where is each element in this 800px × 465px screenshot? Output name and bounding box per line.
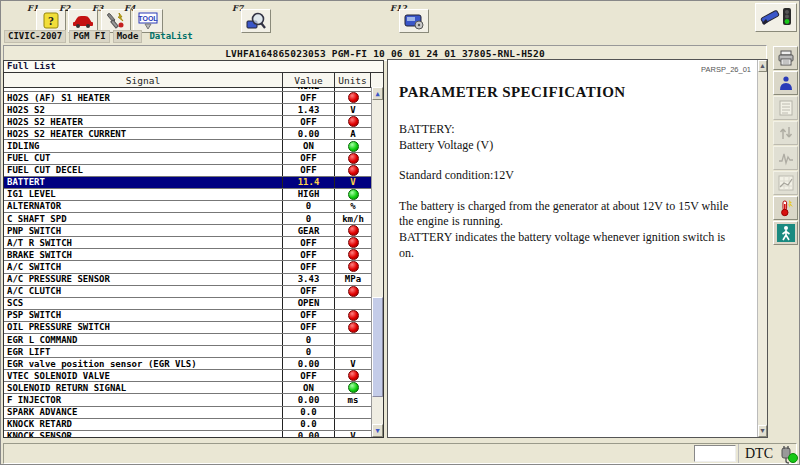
table-row[interactable]: BRAKE SWITCHOFF <box>4 249 371 261</box>
units-cell: V <box>335 104 371 115</box>
value-cell: OFF <box>283 370 335 381</box>
full-list-label: Full List <box>3 60 384 72</box>
spec-line: Battery Voltage (V) <box>399 138 741 154</box>
table-row[interactable]: VTEC SOLENOID VALVEOFF <box>4 370 371 382</box>
tab-datalist[interactable]: DataList <box>145 30 196 43</box>
scroll-up-button[interactable]: ▲ <box>372 87 383 100</box>
table-rows: NONEHO2S (AF) S1 HEATEROFFHO2S S21.43VHO… <box>4 87 371 437</box>
table-row[interactable]: KNOCK SENSOR0.00V <box>4 431 371 437</box>
value-cell: OFF <box>283 310 335 321</box>
value-cell: OFF <box>283 165 335 176</box>
table-row[interactable]: ALTERNATOR0% <box>4 201 371 213</box>
spec-scroll-down-button[interactable]: ▼ <box>758 425 767 437</box>
tab-mode[interactable]: Mode <box>113 30 143 43</box>
data-recorder-icon[interactable] <box>399 9 429 33</box>
table-row[interactable]: HO2S S2 HEATEROFF <box>4 116 371 128</box>
table-row[interactable]: SCSOPEN <box>4 298 371 310</box>
units-cell <box>335 322 371 333</box>
units-cell <box>335 346 371 357</box>
spec-line: BATTERY indicates the battery voltage wh… <box>399 230 741 261</box>
scroll-down-button[interactable]: ▼ <box>372 424 383 437</box>
table-row[interactable]: A/C PRESSURE SENSOR3.43MPa <box>4 274 371 286</box>
value-cell: ON <box>283 382 335 393</box>
status-led-red <box>348 310 359 321</box>
units-cell <box>335 310 371 321</box>
signal-cell: ALTERNATOR <box>4 201 283 212</box>
units-cell <box>335 334 371 345</box>
table-row[interactable]: IDLINGON <box>4 140 371 152</box>
svg-text:?: ? <box>48 14 54 28</box>
spec-scroll-up-button[interactable]: ▲ <box>758 60 767 72</box>
table-row[interactable]: PSP SWITCHOFF <box>4 310 371 322</box>
units-cell <box>335 165 371 176</box>
value-cell: 0.00 <box>283 394 335 405</box>
spec-scrollbar[interactable]: ▲ ▼ <box>757 60 767 437</box>
units-cell <box>335 116 371 127</box>
value-cell: 0 <box>283 346 335 357</box>
tab-civic-2007[interactable]: CIVIC-2007 <box>4 30 66 43</box>
walking-person-icon[interactable] <box>773 221 798 245</box>
connection-status-button[interactable] <box>755 3 797 32</box>
units-cell <box>335 370 371 381</box>
signal-cell: BRAKE SWITCH <box>4 249 283 260</box>
inspection-icon[interactable] <box>241 9 271 33</box>
table-row[interactable]: SOLENOID RETURN SIGNALON <box>4 382 371 394</box>
table-row[interactable]: IG1 LEVELHIGH <box>4 189 371 201</box>
status-led-red <box>348 153 359 164</box>
signal-cell: EGR valve position sensor (EGR VLS) <box>4 358 283 369</box>
value-cell: OFF <box>283 116 335 127</box>
sort-arrows-icon <box>773 121 798 145</box>
table-row[interactable]: EGR valve position sensor (EGR VLS)0.00V <box>4 358 371 370</box>
signal-cell: IG1 LEVEL <box>4 189 283 200</box>
table-row[interactable]: A/T R SWITCHOFF <box>4 237 371 249</box>
table-row[interactable]: KNOCK RETARD0.0 <box>4 419 371 431</box>
table-row[interactable]: HO2S S21.43V <box>4 104 371 116</box>
spec-body: BATTERY:Battery Voltage (V)Standard cond… <box>399 122 741 276</box>
table-rows-viewport: NONEHO2S (AF) S1 HEATEROFFHO2S S21.43VHO… <box>4 87 371 437</box>
table-row[interactable]: HO2S (AF) S1 HEATEROFF <box>4 92 371 104</box>
spec-paragraph: The battery is charged from the generato… <box>399 199 741 261</box>
table-scrollbar[interactable]: ▲ ▼ <box>371 87 383 437</box>
value-cell: HIGH <box>283 189 335 200</box>
scrollbar-thumb[interactable] <box>372 297 383 397</box>
table-row[interactable]: EGR LIFT0 <box>4 346 371 358</box>
status-bar: DTC <box>3 443 797 464</box>
value-cell: OFF <box>283 261 335 272</box>
table-header-row: Signal Value Units <box>4 73 383 88</box>
signal-cell: HO2S S2 <box>4 104 283 115</box>
table-row[interactable]: PNP SWITCHGEAR <box>4 225 371 237</box>
table-row[interactable]: SPARK ADVANCE0.0 <box>4 407 371 419</box>
status-led-green <box>348 189 359 200</box>
value-cell: 0.00 <box>283 431 335 437</box>
units-cell <box>335 92 371 103</box>
fkey-group-f12: F12 <box>390 2 432 32</box>
tab-pgm-fi[interactable]: PGM FI <box>69 30 110 43</box>
table-row[interactable]: FUEL CUTOFF <box>4 153 371 165</box>
dtc-indicator[interactable]: DTC <box>738 444 779 463</box>
table-row[interactable]: F INJECTOR0.00ms <box>4 394 371 406</box>
thermometer-icon[interactable] <box>773 196 798 220</box>
signal-cell: A/C PRESSURE SENSOR <box>4 274 283 285</box>
operator-icon[interactable] <box>773 71 798 95</box>
status-led-red <box>348 249 359 260</box>
table-row[interactable]: A/C SWITCHOFF <box>4 261 371 273</box>
fkey-group-f7: F7 <box>232 2 274 32</box>
table-row[interactable]: BATTERT11.4V <box>4 177 371 189</box>
units-cell <box>335 140 371 151</box>
table-row[interactable]: FUEL CUT DECELOFF <box>4 165 371 177</box>
value-cell: ON <box>283 140 335 151</box>
value-cell: 1.43 <box>283 104 335 115</box>
print-icon[interactable] <box>773 46 798 70</box>
table-row[interactable]: OIL PRESSURE SWITCHOFF <box>4 322 371 334</box>
units-cell <box>335 249 371 260</box>
table-row[interactable]: HO2S S2 HEATER CURRENT0.00A <box>4 128 371 140</box>
signal-cell <box>4 87 283 91</box>
tab-bar: CIVIC-2007PGM FIModeDataList <box>4 30 197 43</box>
value-cell: 0.0 <box>283 407 335 418</box>
column-header-spacer <box>371 73 383 87</box>
table-row[interactable]: A/C CLUTCHOFF <box>4 286 371 298</box>
value-cell: 11.4 <box>283 177 335 188</box>
value-cell: OFF <box>283 322 335 333</box>
table-row[interactable]: C SHAFT SPD0km/h <box>4 213 371 225</box>
table-row[interactable]: EGR L COMMAND0 <box>4 334 371 346</box>
